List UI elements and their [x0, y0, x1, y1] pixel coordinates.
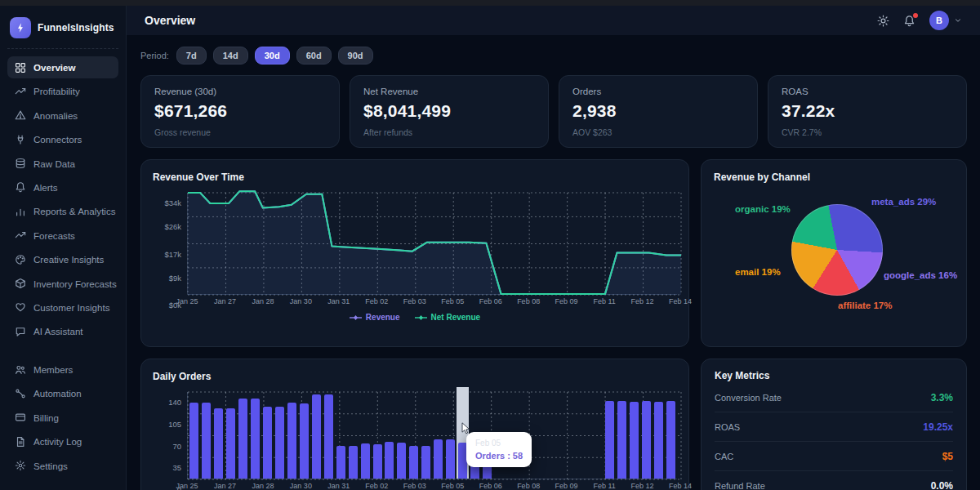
- kpi-sub: After refunds: [363, 127, 535, 137]
- sidebar-item-customer-insights[interactable]: Customer Insights: [7, 296, 118, 318]
- bar-slot[interactable]: [372, 392, 384, 479]
- x-tick-label: Feb 03: [403, 482, 426, 490]
- file-icon: [14, 435, 26, 448]
- bar-slot[interactable]: [628, 392, 640, 479]
- bar: [421, 446, 430, 479]
- kpi-value: $8,041,499: [363, 101, 535, 121]
- app-root: FunnelsInsights OverviewProfitabilityAno…: [0, 0, 980, 490]
- sidebar-item-raw-data[interactable]: Raw Data: [7, 153, 118, 175]
- period-pill-90d[interactable]: 90d: [338, 47, 373, 65]
- sidebar-item-reports-analytics[interactable]: Reports & Analytics: [7, 200, 118, 222]
- user-menu[interactable]: B: [929, 11, 962, 30]
- bar-slot[interactable]: [665, 392, 677, 479]
- sidebar-item-profitability[interactable]: Profitability: [7, 80, 118, 102]
- notifications-bell-icon[interactable]: [903, 15, 915, 27]
- bottom-row: Daily Orders 14010570350 Jan 25Jan 27Jan…: [140, 359, 967, 490]
- sidebar-item-anomalies[interactable]: Anomalies: [7, 105, 118, 127]
- bar-chart-plot[interactable]: [187, 392, 677, 479]
- bar-slot[interactable]: [408, 392, 420, 479]
- bar-slot[interactable]: [335, 392, 347, 479]
- lightning-icon: [10, 17, 31, 38]
- line-chart-plot[interactable]: [187, 193, 677, 295]
- period-pill-7d[interactable]: 7d: [176, 47, 207, 65]
- x-tick-label: Feb 05: [441, 482, 464, 490]
- bar-chart-y-axis: 14010570350: [153, 392, 187, 479]
- pie-graphic[interactable]: [791, 204, 883, 296]
- chart-tooltip: Feb 05 Orders : 58: [466, 432, 532, 467]
- bar-slot[interactable]: [542, 392, 555, 479]
- bar-slot[interactable]: [432, 392, 444, 479]
- bar-slot[interactable]: [261, 392, 274, 479]
- chat-icon: [14, 325, 26, 337]
- sidebar-item-creative-insights[interactable]: Creative Insights: [7, 248, 118, 270]
- bar-slot[interactable]: [249, 392, 261, 479]
- bar-slot[interactable]: [579, 392, 591, 479]
- sidebar-item-activity-log[interactable]: Activity Log: [7, 430, 118, 452]
- bar: [189, 403, 198, 479]
- bar-slot[interactable]: [188, 392, 200, 479]
- sidebar-item-label: Customer Insights: [33, 302, 109, 313]
- avatar[interactable]: B: [929, 11, 949, 30]
- bar-slot[interactable]: [604, 392, 616, 479]
- sidebar-item-forecasts[interactable]: Forecasts: [7, 225, 118, 247]
- gear-icon: [14, 460, 26, 472]
- palette-icon: [14, 253, 26, 265]
- trend-up-icon: [14, 85, 26, 97]
- y-tick-label: 140: [168, 398, 181, 407]
- sidebar-item-ai-assistant[interactable]: AI Assistant: [7, 320, 118, 342]
- kpi-label: Orders: [572, 87, 744, 96]
- sidebar-item-inventory-forecasts[interactable]: Inventory Forecasts: [7, 273, 118, 295]
- period-pill-30d[interactable]: 30d: [255, 47, 290, 65]
- period-label: Period:: [140, 51, 169, 60]
- sidebar-item-alerts[interactable]: Alerts: [7, 176, 118, 198]
- bar-slot[interactable]: [274, 392, 286, 479]
- period-pill-14d[interactable]: 14d: [213, 47, 248, 65]
- bar-slot[interactable]: [347, 392, 359, 479]
- bar-slot[interactable]: [225, 392, 237, 479]
- bar-slot[interactable]: [323, 392, 335, 479]
- bar-slot[interactable]: [395, 392, 408, 479]
- users-icon: [14, 363, 26, 376]
- bar-slot[interactable]: [640, 392, 653, 479]
- bar-slot[interactable]: [237, 392, 249, 479]
- content: Period: 7d14d30d60d90d Revenue (30d) $67…: [127, 35, 980, 490]
- page-title: Overview: [145, 14, 195, 27]
- bar-slot[interactable]: [212, 392, 225, 479]
- period-pill-60d[interactable]: 60d: [296, 47, 332, 65]
- automation-icon: [14, 387, 26, 399]
- bar-slot[interactable]: [310, 392, 323, 479]
- bar-slot[interactable]: [286, 392, 298, 479]
- bars-row: [188, 392, 677, 479]
- database-icon: [14, 158, 26, 170]
- bar-slot[interactable]: [616, 392, 628, 479]
- bar: [434, 439, 443, 479]
- sidebar-item-label: Alerts: [33, 182, 58, 193]
- bar-slot[interactable]: [567, 392, 579, 479]
- legend-item-revenue[interactable]: Revenue: [350, 313, 400, 322]
- sidebar-item-billing[interactable]: Billing: [7, 407, 118, 429]
- bar-slot[interactable]: [530, 392, 542, 479]
- metric-row-refund-rate: Refund Rate 0.0%: [715, 471, 953, 490]
- theme-toggle-sun-icon[interactable]: [877, 15, 889, 27]
- sidebar-item-settings[interactable]: Settings: [7, 455, 118, 477]
- sidebar-item-overview[interactable]: Overview: [7, 56, 118, 78]
- bar-slot[interactable]: [384, 392, 396, 479]
- bar-slot[interactable]: [359, 392, 372, 479]
- sidebar-item-connectors[interactable]: Connectors: [7, 128, 118, 150]
- legend-item-net-revenue[interactable]: Net Revenue: [415, 313, 481, 322]
- sidebar-item-label: Members: [33, 364, 73, 375]
- sidebar-item-automation[interactable]: Automation: [7, 382, 118, 404]
- x-tick-label: Feb 03: [403, 297, 426, 305]
- bar-slot[interactable]: [444, 392, 457, 479]
- bar: [666, 401, 675, 479]
- bar-slot[interactable]: [653, 392, 665, 479]
- bar-slot[interactable]: [420, 392, 432, 479]
- sidebar-item-members[interactable]: Members: [7, 359, 118, 381]
- tooltip-date: Feb 05: [475, 439, 523, 448]
- bar: [654, 402, 663, 479]
- bar-slot[interactable]: [555, 392, 567, 479]
- x-tick-label: Jan 27: [214, 297, 236, 305]
- bar-slot[interactable]: [298, 392, 310, 479]
- bar-slot[interactable]: [591, 392, 604, 479]
- bar-slot[interactable]: [200, 392, 212, 479]
